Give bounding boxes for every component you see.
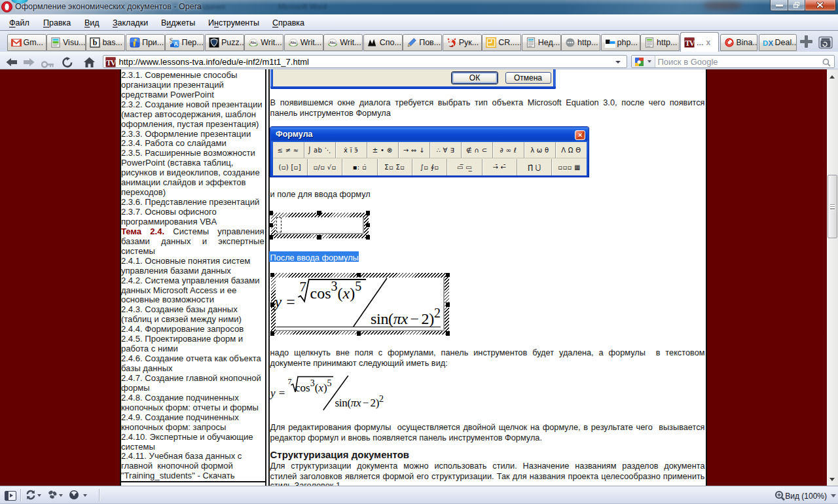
toc-line[interactable]: базами данных и экспертные [121, 237, 264, 247]
selection-handle[interactable] [317, 235, 321, 239]
selection-handle[interactable] [317, 211, 321, 215]
symbol-palette-button[interactable]: → ⇔ ↓ [399, 142, 430, 158]
equation-close-button[interactable]: × [575, 130, 585, 140]
tab-writ-1[interactable]: Abc Writ... [244, 34, 283, 51]
tab-http-1[interactable]: http... [561, 34, 600, 51]
symbol-palette-button[interactable]: ≤ ≠ ≈ [273, 142, 304, 158]
search-engine-dropdown-icon[interactable] [647, 60, 651, 63]
tab-close-icon[interactable]: x [706, 38, 710, 47]
zoom-dropdown-icon[interactable] [831, 494, 836, 497]
toc-line[interactable]: основные возможности [121, 295, 264, 305]
forward-button[interactable] [23, 58, 35, 69]
menu-widgets[interactable]: Виджеты [161, 18, 195, 27]
toc-line[interactable]: PowerPoint (вставка таблиц, [121, 158, 264, 168]
template-palette-button[interactable]: (▫) [▫] [273, 159, 308, 175]
menu-tools[interactable]: Инструменты [208, 18, 259, 27]
toc-line[interactable]: 2.3.7. Основы офисного [121, 207, 264, 217]
unite-fan-icon[interactable] [47, 490, 58, 503]
tab-pri[interactable]: При... [126, 34, 165, 51]
toc-line[interactable]: 2.3.6. Представление презентаций [121, 198, 264, 207]
toc-line[interactable]: 2.4.11. Учебная база данных с [121, 452, 264, 461]
scrollbar-thumb[interactable] [828, 175, 837, 238]
toc-line[interactable]: средствами PowerPoint [121, 90, 264, 100]
toc-line[interactable]: 2.3.2. Создание новой презентации [121, 100, 264, 110]
toc-line[interactable]: данных Microsoft Access и ее [121, 286, 264, 296]
toc-line[interactable]: 2.3.4. Работа со слайдами [121, 139, 264, 149]
toc-line[interactable]: 2.4.5. Проектирование форм и [121, 334, 264, 344]
toc-line[interactable]: 2.4.1. Основные понятия систем [121, 257, 264, 266]
template-palette-button[interactable]: →̄ ←̄ [483, 159, 517, 175]
tab-http-2[interactable]: http... [640, 34, 680, 51]
search-field[interactable]: Поиск в Google [631, 55, 835, 68]
toc-line[interactable]: 2.4.2. Система управления базами [121, 276, 264, 286]
template-palette-button[interactable]: ∏̇ ⋃̇ [517, 159, 552, 175]
toc-line[interactable]: 2.3.5. Расширенные возможности [121, 149, 264, 158]
toc-line[interactable]: 2.4.7. Создание главной кнопочной [121, 374, 264, 384]
tab-gmail[interactable]: Gm... [7, 34, 46, 51]
selection-handle[interactable] [269, 235, 273, 239]
toc-line[interactable]: анимации слайдов и эффектов [121, 178, 264, 188]
template-palette-button[interactable]: ▪: ▫̇ [342, 159, 377, 175]
minimize-button[interactable] [770, 0, 788, 11]
toc-line[interactable]: 2.4.9. Создание подчиненных [121, 413, 264, 423]
tab-deal[interactable]: DX Deal... [759, 34, 797, 51]
tab-active-tva[interactable]: TV ... x [680, 32, 719, 52]
selection-handle[interactable] [366, 223, 370, 227]
back-button[interactable] [6, 58, 18, 69]
symbol-palette-button[interactable]: ∴ ∀ ∃ [430, 142, 462, 158]
symbol-palette-button[interactable]: Λ Ω Θ [556, 142, 587, 158]
selection-handle[interactable] [357, 273, 361, 277]
tab-bas[interactable]: b bas... [86, 34, 125, 51]
toc-line[interactable]: "Training_students" - Скачать [121, 471, 264, 481]
sync-icon[interactable] [26, 490, 36, 503]
toc-line[interactable]: кнопочных форм: запросы [121, 423, 264, 433]
toc-line[interactable]: управления базами данных [121, 266, 264, 276]
scroll-up-icon[interactable] [829, 75, 835, 79]
toc-line[interactable]: формы [121, 384, 264, 393]
tab-puzz[interactable]: Puzz... [205, 34, 244, 51]
reload-button[interactable] [62, 57, 73, 71]
formula-input-object[interactable] [271, 213, 369, 239]
toc-line[interactable]: Тема 2.4. Системы управления [121, 227, 264, 237]
menu-view[interactable]: Вид [84, 18, 100, 27]
tab-visu[interactable]: Visu... [46, 34, 86, 51]
toc-line[interactable]: оформления, пустая презентация) [121, 120, 264, 130]
tab-cr[interactable]: CR...... [482, 34, 521, 51]
template-palette-button[interactable]: ▫▫▫ ▦ [552, 159, 586, 175]
toc-line[interactable]: организации презентаций [121, 81, 264, 90]
selection-handle[interactable] [446, 302, 450, 306]
symbol-palette-button[interactable]: ẋ ï ӭ [336, 142, 367, 158]
selection-handle[interactable] [446, 331, 450, 335]
toc-line[interactable]: рисунков и видеоклипов, создание [121, 168, 264, 178]
template-palette-button[interactable]: ∫▫ ∮▫ [412, 159, 447, 175]
template-palette-button[interactable]: Σ▫ Σ▫ [378, 159, 412, 175]
search-engine-chip[interactable] [632, 56, 655, 67]
menu-edit[interactable]: Правка [43, 18, 71, 27]
toc-line[interactable]: 2.4.4. Формирование запросов [121, 325, 264, 334]
tab-ruk[interactable]: Рук... [443, 34, 482, 51]
template-palette-button[interactable]: ▭̅ ▭̲ [447, 159, 482, 175]
equation-toolbar-titlebar[interactable]: Формула × [271, 128, 588, 141]
symbol-palette-button[interactable]: ∉ ∩ ⊂ [462, 142, 493, 158]
toc-line[interactable]: 2.3.1. Современные способы [121, 71, 264, 81]
toc-line[interactable]: 2.4.6. Создание отчета как объекта [121, 354, 264, 364]
search-icon[interactable] [822, 58, 831, 66]
selection-handle[interactable] [366, 211, 370, 215]
url-dropdown-icon[interactable] [615, 61, 621, 63]
selection-handle[interactable] [446, 273, 450, 277]
symbol-palette-button[interactable]: λ ω θ [524, 142, 556, 158]
tab-spo[interactable]: Спо... [363, 34, 403, 51]
toc-line[interactable]: переходов) [121, 188, 264, 198]
menu-file[interactable]: Файл [9, 18, 29, 27]
selection-handle[interactable] [357, 331, 361, 335]
turbo-dropdown-icon[interactable] [83, 494, 87, 497]
new-tab-button[interactable] [800, 35, 812, 48]
selection-handle[interactable] [366, 235, 370, 239]
selection-handle[interactable] [270, 273, 274, 277]
symbol-palette-button[interactable]: ⌡ ab ⋱ [304, 142, 336, 158]
url-field[interactable]: TV http://www.lessons-tva.info/edu/e-inf… [103, 55, 627, 68]
toc-line[interactable]: 2.3.3. Оформление презентации [121, 130, 264, 139]
tab-per[interactable]: SA Пер... [165, 34, 204, 51]
unite-dropdown-icon[interactable] [59, 494, 63, 497]
toc-line[interactable]: (таблиц и связей между ними) [121, 315, 264, 325]
